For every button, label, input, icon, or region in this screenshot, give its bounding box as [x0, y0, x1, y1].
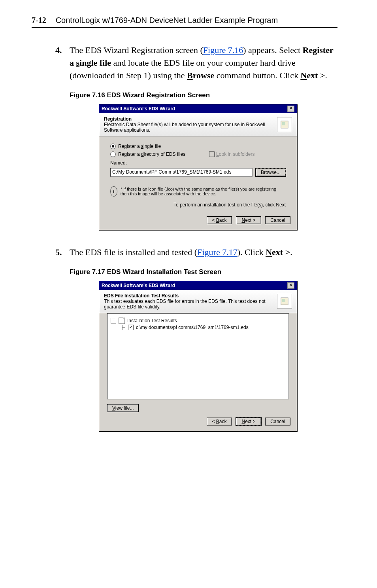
look-in-subfolders-checkbox: Look in subfolders: [209, 151, 254, 157]
close-icon[interactable]: ×: [287, 106, 294, 112]
check-icon: ✓: [128, 325, 134, 330]
named-label: Named:: [110, 160, 286, 166]
info-note: i * If there is an icon file (.ico) with…: [110, 186, 286, 197]
back-button[interactable]: < Back: [207, 418, 232, 425]
tree-item-node[interactable]: ✓ c:\my documents\pf comms\1769_sm1\1769…: [111, 325, 285, 330]
radio2-pre: Register a: [118, 151, 141, 157]
view-end: iew file...: [115, 405, 134, 411]
tree-item-label: c:\my documents\pf comms\1769_sm1\1769-s…: [136, 325, 249, 330]
register-single-file-radio[interactable]: Register a single file: [110, 144, 286, 149]
svg-rect-1: [282, 122, 285, 125]
dialog1-titlebar: Rockwell Software's EDS Wizard ×: [99, 104, 297, 113]
step4-period: .: [325, 70, 327, 80]
test-results-tree[interactable]: - Installation Test Results ✓ c:\my docu…: [107, 313, 289, 399]
back-u: B: [216, 217, 219, 223]
named-u: N: [110, 160, 114, 166]
step4-next-u: N: [300, 70, 307, 80]
step-4-number: 4.: [55, 44, 70, 82]
eds-path-input[interactable]: C:\My Documents\PF Comms\1769_SM1\1769-S…: [110, 168, 253, 177]
step5-period: .: [290, 247, 292, 257]
next2-u: N: [241, 419, 245, 424]
next-end: ext >: [245, 217, 255, 223]
figure-7-16-link[interactable]: Figure 7.16: [203, 45, 243, 55]
tree-root-node[interactable]: - Installation Test Results: [111, 318, 285, 324]
dialog2-title: Rockwell Software's EDS Wizard: [102, 283, 175, 288]
info-icon: i: [110, 186, 117, 197]
view-u: V: [112, 405, 115, 411]
eds-registration-dialog: Rockwell Software's EDS Wizard × Registr…: [99, 104, 297, 230]
step4-browse-end: rowse: [193, 70, 215, 80]
dialog2-header: EDS File Installation Test Results This …: [99, 290, 297, 313]
named-end: amed:: [114, 160, 127, 166]
chapter-title: ControlLogix w/1769-ADN DeviceNet Ladder…: [56, 16, 278, 25]
dialog2-head-title: EDS File Installation Test Results: [104, 293, 274, 299]
step4-text-pre: The EDS Wizard Registration screen (: [70, 45, 203, 55]
radio2-u: d: [141, 151, 144, 157]
tree-root-label: Installation Test Results: [127, 318, 177, 323]
step-5-body: The EDS file is installed and tested (Fi…: [70, 246, 292, 259]
step-5-number: 5.: [55, 246, 70, 259]
step-4-body: The EDS Wizard Registration screen (Figu…: [70, 44, 337, 82]
step4-next-end: ext >: [307, 70, 325, 80]
back-end: ack: [219, 217, 227, 223]
tree-line-icon: [121, 325, 126, 330]
next-button[interactable]: Next >: [236, 216, 261, 224]
page-header: 7-12 ControlLogix w/1769-ADN DeviceNet L…: [32, 16, 337, 28]
svg-rect-3: [282, 299, 285, 302]
figure-7-17-link[interactable]: Figure 7.17: [197, 247, 237, 257]
cancel-button[interactable]: Cancel: [265, 418, 290, 425]
back-button[interactable]: < Back: [207, 216, 232, 224]
back2-u: B: [216, 419, 219, 424]
next-button[interactable]: Next >: [236, 418, 261, 425]
step5-next-end: ext >: [272, 247, 290, 257]
wizard-icon: [277, 117, 292, 132]
dialog2-head-desc: This test evaluates each EDS file for er…: [104, 299, 274, 310]
dialog1-head-desc: Electronic Data Sheet file(s) will be ad…: [104, 122, 274, 133]
browse-button[interactable]: Browse...: [256, 168, 286, 176]
next2-end: ext >: [245, 419, 255, 424]
radio2-end: irectory of EDS files: [144, 151, 185, 157]
radio1-pre: Register a: [118, 144, 141, 149]
close-icon[interactable]: ×: [287, 282, 294, 289]
perform-test-note: To perform an installation test on the f…: [110, 202, 286, 208]
collapse-icon[interactable]: -: [111, 318, 116, 323]
figure-7-16-caption: Figure 7.16 EDS Wizard Registration Scre…: [70, 91, 337, 99]
step4-text-post: ) appears. Select: [243, 45, 302, 55]
dialog2-titlebar: Rockwell Software's EDS Wizard ×: [99, 281, 297, 290]
view-file-button[interactable]: View file...: [107, 404, 139, 412]
next-u: N: [241, 217, 245, 223]
step4-bold-u: s: [76, 58, 80, 68]
back2-end: ack: [219, 419, 227, 424]
register-directory-radio[interactable]: Register a directory of EDS files Look i…: [110, 151, 286, 157]
eds-test-results-dialog: Rockwell Software's EDS Wizard × EDS Fil…: [99, 281, 297, 431]
cancel-button[interactable]: Cancel: [265, 216, 290, 224]
wizard-icon: [277, 294, 292, 309]
document-icon: [119, 318, 125, 324]
dialog1-title: Rockwell Software's EDS Wizard: [102, 106, 175, 112]
step-4: 4. The EDS Wizard Registration screen (F…: [55, 44, 337, 82]
step4-after-browse: command button. Click: [214, 70, 300, 80]
step-5: 5. The EDS file is installed and tested …: [55, 246, 337, 259]
dialog1-head-title: Registration: [104, 116, 274, 122]
radio1-end: ingle file: [143, 144, 161, 149]
info-text: * If there is an icon file (.ico) with t…: [121, 187, 286, 196]
look-in-u: L: [216, 151, 219, 157]
step5-text-pre: The EDS file is installed and tested (: [70, 247, 197, 257]
dialog1-header: Registration Electronic Data Sheet file(…: [99, 113, 297, 136]
figure-7-17-caption: Figure 7.17 EDS Wizard Installation Test…: [70, 268, 337, 276]
step5-next-u: N: [266, 247, 272, 257]
step4-browse-u: B: [187, 70, 193, 80]
look-in-end: ook in subfolders: [219, 151, 255, 157]
page-number: 7-12: [32, 16, 46, 25]
step4-bold-end: ingle file: [79, 58, 111, 68]
step5-text-post: ). Click: [238, 247, 266, 257]
